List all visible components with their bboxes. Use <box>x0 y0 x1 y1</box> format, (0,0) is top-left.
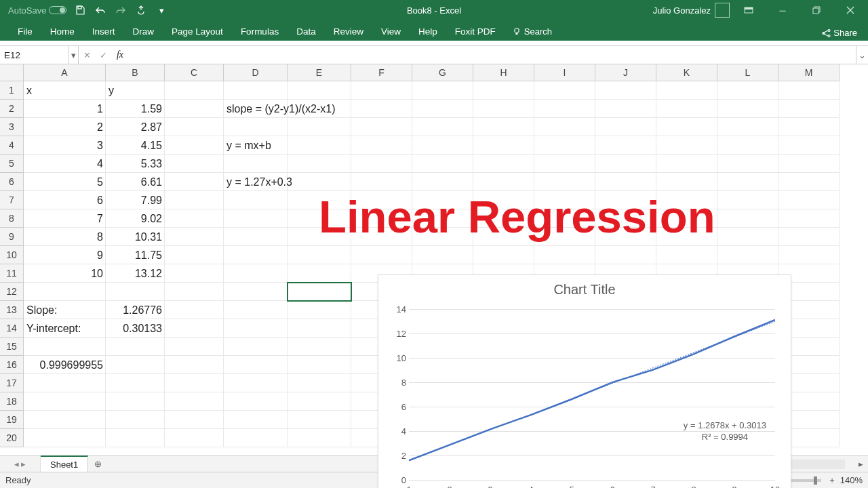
cell-value[interactable]: 4 <box>24 155 106 173</box>
cell-value[interactable]: 9 <box>24 246 106 264</box>
touch-mode-icon[interactable] <box>134 3 148 17</box>
tab-formulas[interactable]: Formulas <box>233 22 287 41</box>
cell-value[interactable]: 6.61 <box>106 173 165 191</box>
cell[interactable] <box>288 81 351 100</box>
close-icon[interactable] <box>835 1 865 20</box>
tab-review[interactable]: Review <box>326 22 372 41</box>
cell[interactable] <box>778 173 840 191</box>
cell[interactable] <box>288 429 351 447</box>
cell[interactable] <box>473 81 534 100</box>
cell-value[interactable]: slope = (y2-y1)/(x2-x1) <box>224 100 415 118</box>
cell[interactable] <box>778 228 840 246</box>
cell[interactable] <box>656 100 717 118</box>
tab-help[interactable]: Help <box>410 22 446 41</box>
cell[interactable] <box>412 136 473 155</box>
cell[interactable] <box>24 283 106 301</box>
embedded-chart[interactable]: Chart Title 0246810121412345678910 y = 1… <box>378 274 791 488</box>
row-header[interactable]: 3 <box>0 118 24 136</box>
cell[interactable] <box>165 173 224 191</box>
cell[interactable] <box>656 209 717 228</box>
column-header[interactable]: G <box>412 64 473 81</box>
cell[interactable] <box>351 155 412 173</box>
cell-value[interactable]: 10 <box>24 264 106 283</box>
row-header[interactable]: 17 <box>0 374 24 392</box>
cell[interactable] <box>224 429 288 447</box>
cell[interactable] <box>656 136 717 155</box>
cell-value[interactable]: y = mx+b <box>224 136 415 155</box>
cell[interactable] <box>165 283 224 301</box>
row-header[interactable]: 10 <box>0 246 24 264</box>
cell[interactable] <box>534 100 595 118</box>
name-box[interactable]: E12 <box>0 46 69 64</box>
cell[interactable] <box>224 155 288 173</box>
worksheet-grid[interactable]: ABCDEFGHIJKLM 12345678910111213141516171… <box>0 64 868 451</box>
cell-value[interactable]: 0.30133 <box>106 319 165 338</box>
cell[interactable] <box>595 228 656 246</box>
cell[interactable] <box>24 374 106 392</box>
cell[interactable] <box>288 301 351 319</box>
cell[interactable] <box>288 191 351 209</box>
cell[interactable] <box>656 191 717 209</box>
cell[interactable] <box>224 392 288 411</box>
cell[interactable] <box>351 118 412 136</box>
cell[interactable] <box>165 155 224 173</box>
cell[interactable] <box>656 118 717 136</box>
row-header[interactable]: 5 <box>0 155 24 173</box>
cell[interactable] <box>165 81 224 100</box>
cell-value[interactable]: 0.999699955 <box>24 356 106 374</box>
cell[interactable] <box>473 209 534 228</box>
cell[interactable] <box>165 411 224 429</box>
cancel-formula-icon[interactable]: ✕ <box>79 50 95 60</box>
cell-value[interactable]: 4.15 <box>106 136 165 155</box>
cell[interactable] <box>412 228 473 246</box>
cell[interactable] <box>412 118 473 136</box>
cell[interactable] <box>351 191 412 209</box>
column-header[interactable]: K <box>656 64 717 81</box>
quick-access-customize-icon[interactable]: ▾ <box>155 3 168 17</box>
tab-home[interactable]: Home <box>42 22 83 41</box>
username-label[interactable]: Julio Gonzalez <box>653 5 711 16</box>
cell[interactable] <box>165 374 224 392</box>
cell[interactable] <box>595 81 656 100</box>
select-all-corner[interactable] <box>0 64 24 81</box>
undo-icon[interactable] <box>94 3 107 17</box>
cell[interactable] <box>165 264 224 283</box>
cell[interactable] <box>224 283 288 301</box>
cell[interactable] <box>106 392 165 411</box>
tab-page-layout[interactable]: Page Layout <box>163 22 231 41</box>
cell[interactable] <box>778 100 840 118</box>
cell[interactable] <box>717 228 778 246</box>
tab-foxit[interactable]: Foxit PDF <box>447 22 504 41</box>
cell[interactable] <box>288 118 351 136</box>
cell[interactable] <box>106 338 165 356</box>
tab-insert[interactable]: Insert <box>84 22 123 41</box>
cell[interactable] <box>165 356 224 374</box>
row-header[interactable]: 2 <box>0 100 24 118</box>
cell[interactable] <box>656 246 717 264</box>
cell-value[interactable]: 7 <box>24 209 106 228</box>
cell-value[interactable]: 8 <box>24 228 106 246</box>
cell[interactable] <box>224 264 288 283</box>
row-header[interactable]: 12 <box>0 283 24 301</box>
cell[interactable] <box>534 191 595 209</box>
row-header[interactable]: 19 <box>0 411 24 429</box>
cell-value[interactable]: 9.02 <box>106 209 165 228</box>
cell[interactable] <box>473 173 534 191</box>
minimize-icon[interactable]: ─ <box>768 1 797 20</box>
cell[interactable] <box>165 246 224 264</box>
cell[interactable] <box>224 411 288 429</box>
name-box-dropdown-icon[interactable]: ▾ <box>69 46 79 64</box>
column-header[interactable]: B <box>106 64 165 81</box>
cell-value[interactable]: 7.99 <box>106 191 165 209</box>
cell[interactable] <box>717 136 778 155</box>
cell[interactable] <box>412 246 473 264</box>
tell-me-search[interactable]: Search <box>505 22 559 41</box>
cell-value[interactable]: Slope: <box>24 301 106 319</box>
cell[interactable] <box>288 411 351 429</box>
cell[interactable] <box>24 392 106 411</box>
sheet-tab-active[interactable]: Sheet1 <box>41 455 88 472</box>
cell[interactable] <box>778 209 840 228</box>
cell[interactable] <box>412 100 473 118</box>
row-header[interactable]: 20 <box>0 429 24 447</box>
cell[interactable] <box>595 246 656 264</box>
